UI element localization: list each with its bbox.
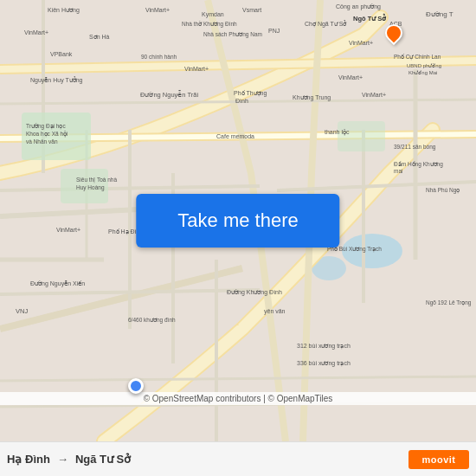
svg-text:Đường Khương Đình: Đường Khương Đình <box>227 289 282 296</box>
svg-text:Khương Trung: Khương Trung <box>293 94 331 101</box>
svg-text:Phố Cự Chính Lan: Phố Cự Chính Lan <box>394 54 441 61</box>
svg-text:mai: mai <box>394 168 402 174</box>
svg-text:Chợ Ngã Tư Sở: Chợ Ngã Tư Sở <box>305 20 347 28</box>
svg-text:Đường T: Đường T <box>426 10 453 18</box>
svg-text:Đường Nguyễn Trãi: Đường Nguyễn Trãi <box>140 90 198 99</box>
svg-text:VinMart+: VinMart+ <box>56 227 80 233</box>
svg-text:yên văn: yên văn <box>264 308 286 315</box>
svg-text:Phố Thượng: Phố Thượng <box>234 90 267 97</box>
svg-text:VPBank: VPBank <box>50 51 73 57</box>
svg-text:VNJ: VNJ <box>16 307 28 315</box>
svg-text:VinMart+: VinMart+ <box>362 92 386 98</box>
svg-text:Khoa học Xã hội: Khoa học Xã hội <box>26 131 68 138</box>
svg-text:312 bùi xương trạch: 312 bùi xương trạch <box>297 343 351 350</box>
svg-text:Khương Mai: Khương Mai <box>408 70 437 75</box>
moovit-branding: moovit <box>408 450 469 469</box>
svg-text:UBND phường: UBND phường <box>407 63 441 68</box>
svg-text:VinMart+: VinMart+ <box>338 74 363 80</box>
svg-text:VinMart+: VinMart+ <box>349 40 373 46</box>
svg-text:Đầm Hồng Khương: Đầm Hồng Khương <box>394 161 443 168</box>
svg-text:Đường Nguyễn Xiến: Đường Nguyễn Xiến <box>30 280 85 287</box>
svg-text:PNJ: PNJ <box>268 28 280 34</box>
map-attribution: © OpenStreetMap contributors | © OpenMap… <box>0 392 476 405</box>
svg-text:Kiên Hương: Kiên Hương <box>48 7 80 14</box>
svg-text:Nhà thờ Khương Đình: Nhà thờ Khương Đình <box>182 21 237 28</box>
svg-text:Huy Hoàng: Huy Hoàng <box>76 184 105 191</box>
svg-text:Nhà Phú Ngọ: Nhà Phú Ngọ <box>426 187 460 194</box>
button-overlay: Take me there <box>136 194 339 248</box>
svg-text:thanh lộc: thanh lộc <box>325 129 350 136</box>
svg-text:Nhà sách Phương Nam: Nhà sách Phương Nam <box>203 31 262 38</box>
current-location-marker <box>128 378 144 394</box>
route-info: Hạ Đình → Ngã Tư Sở <box>7 453 131 466</box>
svg-rect-5 <box>338 121 385 151</box>
svg-text:VinMart+: VinMart+ <box>145 7 170 13</box>
svg-text:VinMart+: VinMart+ <box>184 66 209 72</box>
svg-text:Nguyễn Huy Tưởng: Nguyễn Huy Tưởng <box>30 76 83 84</box>
route-to: Ngã Tư Sở <box>75 453 131 466</box>
svg-text:Ngõ 192 Lê Trọng: Ngõ 192 Lê Trọng <box>426 299 472 306</box>
svg-text:VinMart+: VinMart+ <box>24 29 48 35</box>
svg-text:336 bùi xương trạch: 336 bùi xương trạch <box>297 360 351 367</box>
moovit-logo: moovit <box>408 450 469 469</box>
svg-text:Sơn Hà: Sơn Hà <box>89 34 110 40</box>
svg-text:Vsmart: Vsmart <box>242 7 261 13</box>
route-arrow: → <box>57 453 68 466</box>
svg-text:90 chính hành: 90 chính hành <box>141 54 177 60</box>
route-from: Hạ Đình <box>7 453 50 466</box>
svg-text:39/211 sân bóng: 39/211 sân bóng <box>394 144 436 151</box>
svg-text:6/460 khương đình: 6/460 khương đình <box>128 317 176 324</box>
bottom-bar: Hạ Đình → Ngã Tư Sở moovit <box>0 441 476 476</box>
destination-marker <box>385 24 402 42</box>
svg-text:Siêu thị Toà nhà: Siêu thị Toà nhà <box>76 177 117 183</box>
svg-text:và Nhân văn: và Nhân văn <box>26 138 58 145</box>
svg-text:Trường Đại học: Trường Đại học <box>26 123 66 130</box>
take-me-there-button[interactable]: Take me there <box>136 194 339 248</box>
svg-text:Cafe memoda: Cafe memoda <box>216 133 254 139</box>
svg-text:Kymdan: Kymdan <box>202 11 224 18</box>
svg-text:Đình: Đình <box>235 98 248 104</box>
svg-text:Ngô Tư Sở: Ngô Tư Sở <box>353 13 387 23</box>
svg-text:Công an phường: Công an phường <box>336 3 381 10</box>
map-container: Kiên Hương VinMart+ Kymdan Vsmart Công a… <box>0 0 476 441</box>
